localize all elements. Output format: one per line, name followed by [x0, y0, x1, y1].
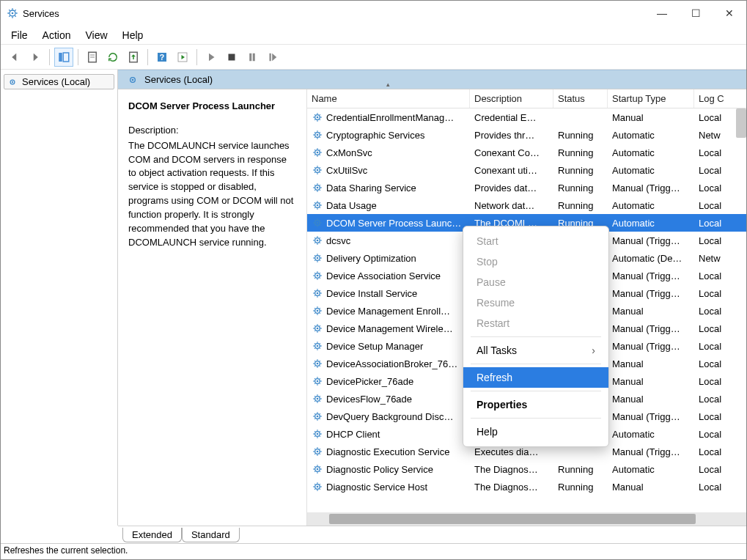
- cell-name: Data Sharing Service: [307, 182, 470, 194]
- service-row[interactable]: CredentialEnrollmentManag…Credential E…M…: [307, 108, 746, 126]
- service-row[interactable]: Cryptographic ServicesProvides thr…Runni…: [307, 126, 746, 144]
- pause-service-button[interactable]: [243, 48, 262, 67]
- service-details-panel: DCOM Server Process Launcher Description…: [118, 89, 307, 526]
- service-row[interactable]: Data Sharing ServiceProvides dat…Running…: [307, 179, 746, 196]
- selected-service-name: DCOM Server Process Launcher: [128, 100, 296, 114]
- console-tree: Services (Local): [1, 70, 118, 526]
- gear-icon: [312, 340, 323, 352]
- cell-logon: Local: [694, 270, 735, 281]
- cell-logon: Local: [694, 446, 735, 457]
- cell-startup: Manual: [608, 112, 694, 123]
- properties-button[interactable]: [83, 48, 102, 67]
- svg-point-48: [317, 363, 319, 365]
- cell-logon: Local: [694, 394, 735, 405]
- help-button[interactable]: ?: [152, 48, 172, 67]
- cell-startup: Automatic: [608, 200, 694, 211]
- cell-logon: Local: [694, 482, 735, 493]
- svg-point-20: [317, 117, 319, 119]
- gear-icon: [127, 74, 139, 86]
- cell-logon: Local: [694, 147, 735, 158]
- start-service-button[interactable]: [202, 48, 221, 67]
- cell-name: DevicePicker_76ade: [307, 375, 470, 387]
- service-row[interactable]: Data UsageNetwork dat…RunningAutomaticLo…: [307, 196, 746, 214]
- scrollbar-thumb[interactable]: [329, 514, 696, 524]
- pane-body: DCOM Server Process Launcher Description…: [118, 89, 746, 526]
- stop-service-button[interactable]: [222, 48, 241, 67]
- export-button[interactable]: [124, 48, 143, 67]
- cell-status: Running: [553, 464, 608, 475]
- cell-logon: Local: [694, 358, 735, 369]
- svg-rect-2: [59, 53, 62, 62]
- column-header-status[interactable]: Status: [553, 89, 608, 108]
- refresh-button[interactable]: [103, 48, 122, 67]
- cell-description: Conexant uti…: [470, 165, 553, 176]
- svg-point-24: [317, 152, 319, 154]
- run-service-button[interactable]: [173, 48, 192, 67]
- column-header-logon[interactable]: Log C: [694, 89, 735, 108]
- menu-help[interactable]: Help: [115, 27, 151, 43]
- svg-point-28: [317, 187, 319, 189]
- menu-view[interactable]: View: [78, 27, 114, 43]
- gear-icon: [312, 393, 323, 405]
- svg-point-58: [317, 451, 319, 453]
- tree-node-label: Services (Local): [22, 76, 90, 87]
- service-row[interactable]: CxUtilSvcConexant uti…RunningAutomaticLo…: [307, 161, 746, 179]
- menu-file[interactable]: File: [4, 27, 35, 43]
- nav-back-button[interactable]: [5, 48, 24, 67]
- svg-point-22: [317, 134, 319, 136]
- cell-description: Credential E…: [470, 112, 553, 123]
- tab-standard[interactable]: Standard: [182, 528, 240, 542]
- cm-help[interactable]: Help: [463, 421, 608, 442]
- cm-all-tasks[interactable]: All Tasks: [463, 340, 608, 361]
- cm-refresh[interactable]: Refresh: [463, 367, 608, 388]
- cell-name: Diagnostic Execution Service: [307, 446, 470, 457]
- svg-point-38: [317, 275, 319, 277]
- cell-name: CredentialEnrollmentManag…: [307, 111, 470, 123]
- maximize-button[interactable]: ☐: [679, 1, 713, 26]
- cell-name: Device Association Service: [307, 270, 470, 281]
- selected-service-description: The DCOMLAUNCH service launches COM and …: [128, 139, 296, 250]
- service-row[interactable]: Diagnostic Service HostThe Diagnos…Runni…: [307, 478, 746, 495]
- cm-separator: [471, 364, 601, 364]
- cell-name: CxUtilSvc: [307, 164, 470, 176]
- horizontal-scrollbar[interactable]: [307, 512, 746, 526]
- cell-description: Conexant Co…: [470, 147, 553, 158]
- workspace: Services (Local) Services (Local) DCOM S…: [1, 70, 746, 526]
- svg-point-40: [317, 292, 319, 295]
- column-header-startup[interactable]: Startup Type: [608, 89, 694, 108]
- services-list: ▴ Name Description Status Startup Type L…: [307, 89, 746, 526]
- cell-name: DCOM Server Process Launc…: [307, 217, 470, 229]
- restart-service-button[interactable]: [263, 48, 282, 67]
- vertical-scrollbar[interactable]: [736, 108, 746, 138]
- cell-logon: Local: [694, 341, 735, 352]
- gear-icon: [312, 446, 323, 457]
- show-hide-tree-button[interactable]: [54, 48, 73, 67]
- cell-logon: Local: [694, 200, 735, 211]
- cell-name: DHCP Client: [307, 428, 470, 440]
- service-row[interactable]: CxMonSvcConexant Co…RunningAutomaticLoca…: [307, 144, 746, 161]
- svg-rect-11: [229, 54, 235, 60]
- nav-forward-button[interactable]: [26, 48, 45, 67]
- menu-action[interactable]: Action: [35, 27, 78, 43]
- svg-point-36: [317, 257, 319, 259]
- minimize-button[interactable]: —: [645, 1, 679, 26]
- cell-logon: Local: [694, 464, 735, 475]
- toolbar-separator: [147, 49, 148, 65]
- service-row[interactable]: Diagnostic Policy ServiceThe Diagnos…Run…: [307, 460, 746, 478]
- close-button[interactable]: ✕: [713, 1, 746, 26]
- cell-startup: Manual (Trigg…: [608, 235, 694, 246]
- gear-icon: [312, 199, 323, 211]
- tab-extended[interactable]: Extended: [122, 528, 182, 542]
- cell-name: Device Management Wirele…: [307, 323, 470, 334]
- toolbar-separator: [49, 49, 50, 65]
- cell-status: Running: [553, 147, 608, 158]
- cell-startup: Manual (Trigg…: [608, 446, 694, 457]
- cm-properties[interactable]: Properties: [463, 394, 608, 415]
- cell-logon: Local: [694, 235, 735, 246]
- tree-node-services-local[interactable]: Services (Local): [4, 74, 114, 89]
- column-header-name[interactable]: Name: [307, 89, 470, 108]
- svg-rect-3: [63, 53, 69, 62]
- column-header-description[interactable]: Description: [470, 89, 553, 108]
- gear-icon: [312, 323, 323, 334]
- gear-icon: [312, 111, 323, 123]
